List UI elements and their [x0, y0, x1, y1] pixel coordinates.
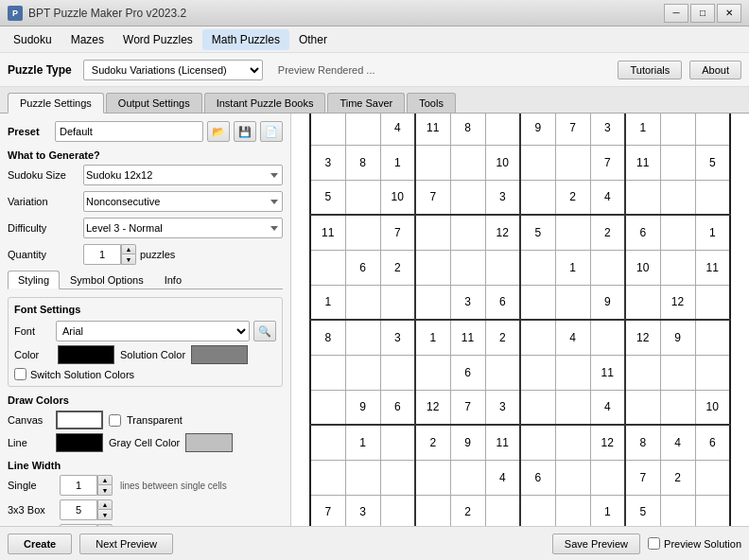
title-bar: P BPT Puzzle Maker Pro v2023.2 ─ □ ✕	[0, 0, 749, 26]
window-controls: ─ □ ✕	[664, 4, 741, 23]
what-to-generate-label: What to Generate?	[8, 149, 283, 161]
save-as-preset-button[interactable]: 📄	[260, 121, 283, 142]
minimize-button[interactable]: ─	[664, 4, 688, 23]
tab-time-saver[interactable]: Time Saver	[327, 93, 405, 113]
box-spin-up[interactable]: ▲	[97, 499, 113, 510]
border-spin-up[interactable]: ▲	[97, 524, 113, 526]
preset-row: Preset 📂 💾 📄	[8, 121, 283, 142]
line-color-swatch[interactable]	[56, 433, 103, 452]
quantity-input[interactable]	[83, 244, 121, 265]
line-width-label: Line Width	[8, 460, 283, 471]
create-button[interactable]: Create	[8, 534, 72, 554]
single-input[interactable]	[60, 475, 97, 496]
menu-sudoku[interactable]: Sudoku	[4, 29, 61, 50]
difficulty-select[interactable]: Level 3 - Normal	[83, 218, 283, 238]
switch-colors-checkbox[interactable]	[14, 368, 26, 380]
draw-colors-section: Draw Colors Canvas Transparent Line Gray…	[8, 394, 283, 452]
border-row: Border ▲ ▼	[8, 524, 283, 526]
canvas-label: Canvas	[8, 414, 50, 426]
save-preset-button[interactable]: 💾	[234, 121, 256, 142]
preview-solution-label: Preview Solution	[664, 538, 741, 550]
single-row: Single ▲ ▼ lines between single cells	[8, 475, 283, 496]
quantity-spinner: ▲ ▼	[83, 244, 136, 265]
sudoku-size-row: Sudoku Size Sudoku 12x12	[8, 165, 283, 185]
menu-bar: Sudoku Mazes Word Puzzles Math Puzzles O…	[0, 26, 749, 53]
border-spinner: ▲ ▼	[60, 524, 113, 526]
single-spin-up[interactable]: ▲	[97, 475, 113, 485]
font-search-button[interactable]: 🔍	[253, 321, 276, 341]
font-select[interactable]: Arial	[56, 321, 250, 341]
font-label: Font	[14, 325, 52, 337]
font-settings-group: Font Settings Font Arial 🔍 Color Solutio…	[8, 297, 283, 387]
quantity-unit: puzzles	[140, 249, 175, 260]
draw-colors-label: Draw Colors	[8, 394, 283, 406]
variation-row: Variation Nonconsecutive	[8, 191, 283, 212]
single-label: Single	[8, 480, 60, 491]
canvas-color-swatch[interactable]	[56, 411, 103, 429]
puzzle-type-select[interactable]: Sudoku Variations (Licensed)	[83, 60, 263, 80]
transparent-label: Transparent	[127, 414, 183, 426]
solution-color-label: Solution Color	[120, 349, 185, 360]
sub-tab-bar: Styling Symbol Options Info	[8, 271, 283, 289]
line-label: Line	[8, 437, 50, 448]
tab-instant-puzzle-books[interactable]: Instant Puzzle Books	[204, 93, 326, 113]
tutorials-button[interactable]: Tutorials	[618, 61, 682, 79]
close-button[interactable]: ✕	[717, 4, 741, 23]
font-settings-label: Font Settings	[14, 304, 276, 315]
box-row: 3x3 Box ▲ ▼	[8, 499, 283, 520]
font-color-swatch[interactable]	[58, 345, 114, 364]
gray-cell-color-label: Gray Cell Color	[109, 437, 180, 448]
tab-tools[interactable]: Tools	[407, 93, 456, 113]
sub-tab-info[interactable]: Info	[154, 271, 192, 289]
color-label: Color	[14, 349, 52, 360]
single-spinner: ▲ ▼	[60, 475, 113, 496]
preview-solution-checkbox[interactable]	[648, 537, 660, 550]
color-row: Color Solution Color	[14, 345, 276, 364]
grid-panel: 4118973138110711551073241171252616211011…	[291, 114, 749, 526]
tab-puzzle-settings[interactable]: Puzzle Settings	[8, 93, 104, 114]
transparent-checkbox[interactable]	[109, 414, 121, 427]
puzzle-type-label: Puzzle Type	[8, 63, 72, 77]
single-note: lines between single cells	[120, 481, 227, 491]
left-panel: Preset 📂 💾 📄 What to Generate? Sudoku Si…	[0, 114, 291, 526]
sudoku-size-select[interactable]: Sudoku 12x12	[83, 165, 283, 185]
preset-input[interactable]	[55, 121, 203, 142]
menu-mazes[interactable]: Mazes	[61, 29, 113, 50]
next-preview-button[interactable]: Next Preview	[79, 534, 173, 554]
box-input[interactable]	[60, 499, 97, 520]
difficulty-row: Difficulty Level 3 - Normal	[8, 218, 283, 238]
box-label: 3x3 Box	[8, 504, 60, 516]
open-preset-button[interactable]: 📂	[207, 121, 230, 142]
gray-cell-color-swatch[interactable]	[185, 433, 233, 452]
quantity-row: Quantity ▲ ▼ puzzles	[8, 244, 283, 265]
preview-text: Preview Rendered ...	[278, 64, 375, 76]
quantity-spin-buttons: ▲ ▼	[121, 244, 136, 265]
box-spin-down[interactable]: ▼	[97, 510, 113, 520]
main-tab-bar: Puzzle Settings Output Settings Instant …	[0, 87, 749, 114]
solution-color-swatch[interactable]	[191, 345, 248, 364]
preset-label: Preset	[8, 126, 51, 137]
variation-select[interactable]: Nonconsecutive	[83, 191, 283, 212]
toolbar: Puzzle Type Sudoku Variations (Licensed)…	[0, 53, 749, 87]
bottom-bar: Create Next Preview Save Preview Preview…	[0, 526, 749, 560]
sub-tab-symbol-options[interactable]: Symbol Options	[60, 271, 154, 289]
switch-colors-row: Switch Solution Colors	[14, 368, 276, 380]
sub-tab-styling[interactable]: Styling	[8, 271, 60, 289]
border-input[interactable]	[60, 524, 97, 526]
save-preview-button[interactable]: Save Preview	[552, 534, 640, 554]
font-row: Font Arial 🔍	[14, 321, 276, 341]
sudoku-grid: 4118973138110711551073241171252616211011…	[309, 114, 731, 526]
single-spin-down[interactable]: ▼	[97, 485, 113, 496]
main-content: Preset 📂 💾 📄 What to Generate? Sudoku Si…	[0, 114, 749, 526]
line-width-section: Line Width Single ▲ ▼ lines between sing…	[8, 460, 283, 526]
app-title: BPT Puzzle Maker Pro v2023.2	[28, 7, 664, 20]
menu-other[interactable]: Other	[289, 29, 337, 50]
menu-word-puzzles[interactable]: Word Puzzles	[113, 29, 202, 50]
menu-math-puzzles[interactable]: Math Puzzles	[202, 29, 289, 50]
line-row: Line Gray Cell Color	[8, 433, 283, 452]
tab-output-settings[interactable]: Output Settings	[106, 93, 202, 113]
about-button[interactable]: About	[689, 61, 741, 79]
quantity-spin-up[interactable]: ▲	[121, 244, 136, 254]
quantity-spin-down[interactable]: ▼	[121, 254, 136, 265]
maximize-button[interactable]: □	[690, 4, 715, 23]
